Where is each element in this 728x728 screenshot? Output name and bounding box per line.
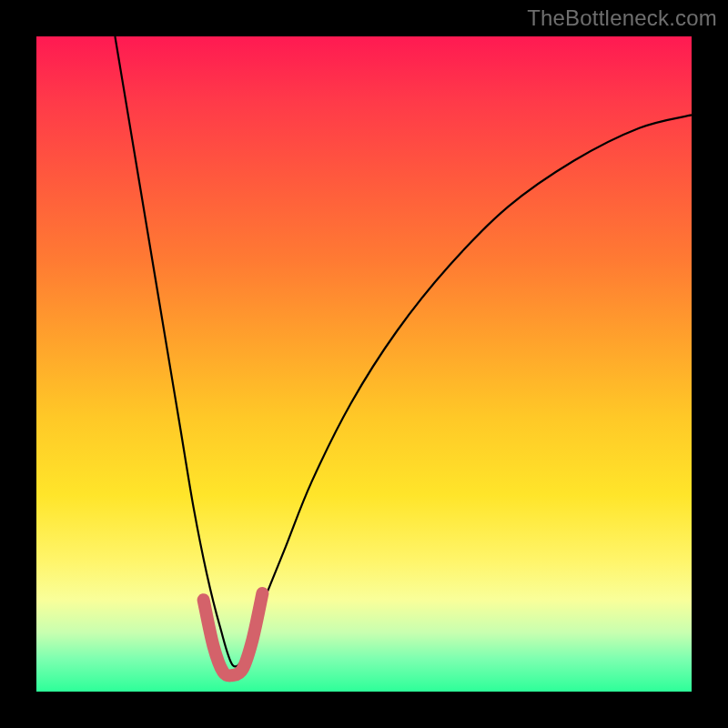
curves-svg	[36, 36, 692, 692]
watermark-text: TheBottleneck.com	[527, 5, 717, 31]
optimal-band	[204, 593, 263, 676]
plot-area	[36, 36, 692, 692]
bottleneck-curve	[115, 36, 692, 666]
chart-frame: TheBottleneck.com	[0, 0, 728, 728]
